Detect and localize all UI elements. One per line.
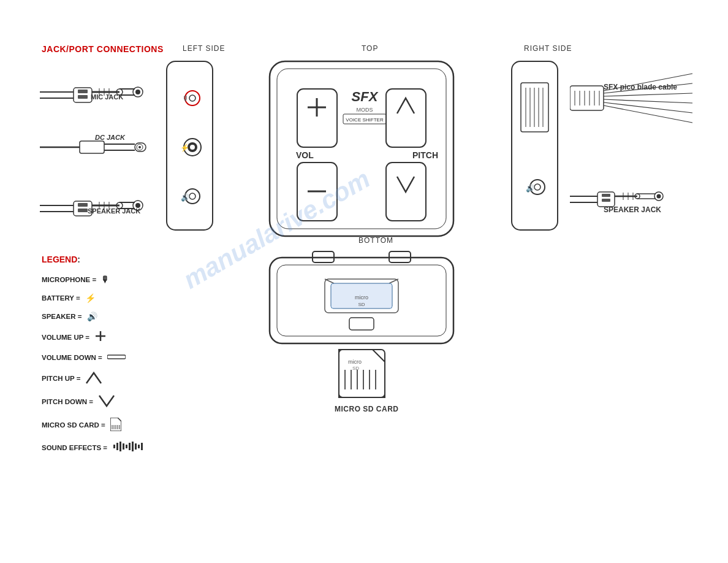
svg-line-81 [604,105,692,123]
svg-marker-109 [339,350,385,397]
legend-volume-down: VOLUME DOWN = [42,353,146,362]
legend-pitch-up-label: PITCH UP = [42,375,80,382]
legend-micro-sd: MICRO SD CARD = [42,418,146,432]
legend-speaker-label: SPEAKER = [42,313,82,320]
svg-rect-85 [602,194,610,197]
svg-line-80 [604,102,692,113]
pitch-up-icon [85,371,102,386]
sfx-cable-drawing [570,67,692,129]
svg-rect-52 [297,89,337,147]
legend-battery-label: BATTERY = [42,294,80,302]
svg-point-37 [189,95,195,101]
legend-micro-sd-label: MICRO SD CARD = [42,421,105,429]
legend-pitch-down: PITCH DOWN = [42,394,146,409]
svg-text:🔊: 🔊 [181,193,190,202]
svg-rect-25 [78,209,88,212]
svg-text:SFX: SFX [352,89,379,104]
section-title: JACK/PORT CONNECTIONS [42,44,164,54]
svg-rect-131 [126,445,127,448]
legend-volume-down-label: VOLUME DOWN = [42,354,102,361]
legend-title: LEGEND: [42,255,80,264]
svg-line-78 [604,93,692,96]
device-top-view: SFX MODS VOICE SHIFTER [264,55,460,242]
svg-line-103 [389,279,398,283]
legend-microphone-label: MICROPHONE = [42,276,96,283]
svg-point-41 [190,145,195,150]
svg-rect-59 [512,61,558,230]
svg-rect-120 [107,355,126,359]
svg-text:🎙: 🎙 [182,94,189,103]
svg-rect-136 [141,443,143,450]
svg-point-44 [189,193,195,199]
label-right-side: RIGHT SIDE [524,44,572,53]
legend-volume-up: VOLUME UP = [42,330,146,344]
micro-sd-icon [110,418,121,432]
svg-rect-130 [123,443,124,450]
svg-text:MODS: MODS [357,107,373,113]
svg-point-31 [135,203,140,208]
svg-point-10 [135,90,140,94]
svg-line-79 [604,99,692,103]
svg-rect-107 [349,318,374,330]
page-container: JACK/PORT CONNECTIONS LEFT SIDE TOP RIGH… [0,0,728,563]
svg-text:micro: micro [348,359,362,365]
micro-sd-card-label: MICRO SD CARD [335,405,399,413]
svg-point-20 [138,146,141,148]
svg-line-102 [325,279,334,283]
svg-rect-132 [129,443,131,450]
svg-text:micro: micro [355,294,368,301]
svg-rect-129 [119,442,121,451]
sound-effects-icon [112,441,146,454]
device-left-side: 🎙 ⚡ 🔊 [161,58,219,233]
legend-sound-effects-label: SOUND EFFECTS = [42,444,107,451]
svg-text:SD: SD [352,366,359,371]
svg-text:SD: SD [358,302,365,307]
legend-pitch-up: PITCH UP = [42,371,146,386]
micro-sd-card-drawing: micro SD [327,347,397,405]
legend-microphone: MICROPHONE = 🎙 [42,275,146,285]
svg-text:🔊: 🔊 [526,183,535,193]
legend-items: MICROPHONE = 🎙 BATTERY = ⚡ SPEAKER = 🔊 V… [42,275,146,462]
legend-sound-effects: SOUND EFFECTS = [42,441,146,454]
device-right-side: 🔊 [506,58,564,233]
svg-rect-133 [132,442,134,451]
speaker-icon: 🔊 [87,312,97,321]
legend-battery: BATTERY = ⚡ [42,293,146,303]
legend-pitch-down-label: PITCH DOWN = [42,398,93,405]
svg-rect-24 [78,203,88,207]
volume-down-icon [107,353,126,362]
svg-rect-108 [339,350,385,397]
svg-rect-134 [135,443,137,450]
speaker-jack-right-drawing [570,178,680,227]
svg-text:⚡: ⚡ [180,143,189,152]
microphone-icon: 🎙 [101,275,110,285]
svg-point-67 [534,184,540,190]
svg-rect-128 [116,443,118,450]
connectors-drawing [40,58,169,236]
volume-up-icon [94,330,107,344]
label-left-side: LEFT SIDE [183,44,225,53]
legend-volume-up-label: VOLUME UP = [42,334,89,341]
svg-point-92 [657,194,661,199]
pitch-down-icon [98,394,115,409]
svg-rect-86 [602,199,610,202]
legend-speaker: SPEAKER = 🔊 [42,312,146,321]
svg-rect-135 [138,445,140,448]
device-bottom-view: micro SD [264,245,460,353]
battery-icon: ⚡ [85,293,96,303]
svg-text:VOICE SHIFTER: VOICE SHIFTER [346,117,384,123]
svg-rect-127 [113,445,115,448]
svg-rect-4 [78,95,88,99]
label-top: TOP [362,44,378,53]
svg-rect-3 [78,90,88,93]
svg-rect-15 [80,141,104,153]
